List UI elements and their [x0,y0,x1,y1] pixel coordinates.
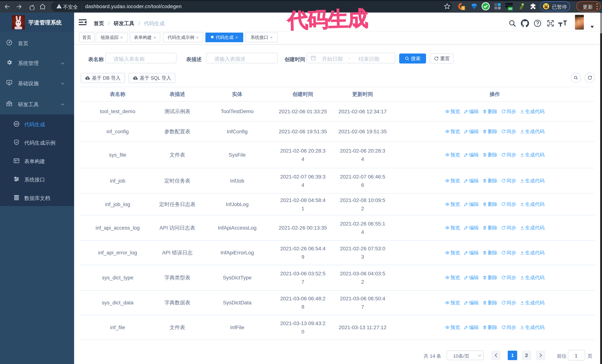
svg-text:1: 1 [462,7,464,10]
svg-text:on: on [509,7,512,10]
